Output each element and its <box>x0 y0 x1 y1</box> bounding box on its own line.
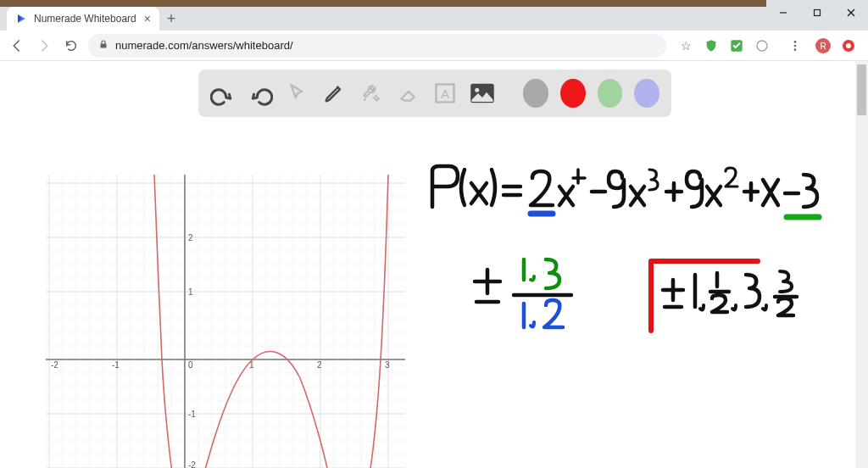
svg-rect-6 <box>101 44 107 48</box>
color-purple[interactable] <box>634 79 659 108</box>
eraser-tool[interactable] <box>396 79 421 108</box>
svg-point-9 <box>794 41 797 43</box>
redo-button[interactable] <box>248 79 273 108</box>
menu-button[interactable] <box>785 36 805 56</box>
extension-check-icon[interactable] <box>729 38 744 53</box>
image-tool[interactable] <box>470 79 495 108</box>
factors-fraction <box>475 259 571 327</box>
svg-rect-1 <box>815 10 821 16</box>
svg-point-10 <box>794 44 797 47</box>
y-tick: -2 <box>188 460 196 468</box>
extension-record-icon[interactable] <box>841 38 856 53</box>
window-controls <box>766 0 868 25</box>
handwriting-area <box>424 146 822 400</box>
color-grey[interactable] <box>523 79 548 108</box>
svg-point-15 <box>846 43 851 48</box>
maximize-button[interactable] <box>800 0 834 25</box>
favicon-icon <box>15 13 27 25</box>
page-viewport: A <box>0 61 868 468</box>
pen-tool[interactable] <box>322 79 348 108</box>
forward-button[interactable] <box>34 36 54 56</box>
pointer-tool[interactable] <box>285 79 310 108</box>
tools-button[interactable] <box>359 79 384 108</box>
svg-text:R: R <box>820 42 826 51</box>
svg-point-8 <box>757 41 767 51</box>
color-green[interactable] <box>598 79 623 108</box>
x-tick: 3 <box>385 360 390 370</box>
star-icon[interactable]: ☆ <box>678 38 693 53</box>
undo-button[interactable] <box>210 79 236 108</box>
vertical-scrollbar[interactable] <box>855 61 868 468</box>
lock-icon <box>98 39 108 52</box>
close-window-button[interactable] <box>834 0 868 25</box>
profile-avatar[interactable]: R <box>815 38 831 53</box>
y-tick: -1 <box>188 410 196 419</box>
curve-polynomial <box>154 175 388 468</box>
svg-point-19 <box>475 88 479 92</box>
svg-point-11 <box>794 48 797 51</box>
y-tick: 2 <box>188 233 193 242</box>
x-tick: 0 <box>188 360 193 370</box>
x-tick: -2 <box>51 360 58 370</box>
svg-text:A: A <box>441 86 450 101</box>
reload-button[interactable] <box>61 36 81 56</box>
browser-tab[interactable]: Numerade Whiteboard × <box>7 7 159 31</box>
minimize-button[interactable] <box>766 0 800 25</box>
new-tab-button[interactable]: + <box>159 7 183 31</box>
x-tick: -1 <box>112 360 120 370</box>
url-text: numerade.com/answers/whiteboard/ <box>115 39 293 52</box>
close-tab-icon[interactable]: × <box>144 12 151 25</box>
whiteboard-toolbar: A <box>198 70 671 117</box>
back-button[interactable] <box>7 36 27 56</box>
x-tick: 2 <box>317 360 322 370</box>
graph-plot: -2 -1 0 1 2 3 2 1 -1 -2 <box>46 175 405 468</box>
extension-circle-icon[interactable] <box>754 38 770 53</box>
tab-title: Numerade Whiteboard <box>34 13 136 25</box>
browser-toolbar: numerade.com/answers/whiteboard/ ☆ R <box>0 31 868 61</box>
color-red[interactable] <box>560 79 586 108</box>
text-tool[interactable]: A <box>433 79 459 108</box>
equation-line <box>432 166 817 207</box>
rational-roots-list <box>651 261 797 331</box>
tab-strip: Numerade Whiteboard × + <box>0 7 868 31</box>
extension-shield-icon[interactable] <box>704 38 719 53</box>
y-tick: 1 <box>188 287 193 297</box>
scroll-thumb[interactable] <box>857 64 866 115</box>
address-bar[interactable]: numerade.com/answers/whiteboard/ <box>88 34 666 58</box>
